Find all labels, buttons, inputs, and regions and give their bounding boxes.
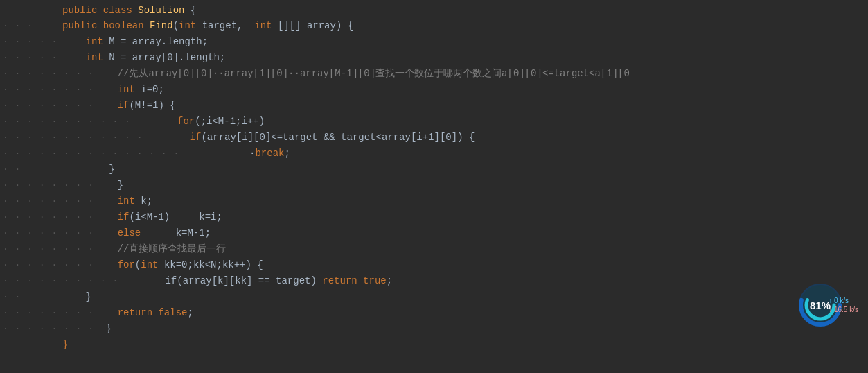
line-content-20: }	[94, 321, 868, 336]
line-dots-5: · · · · · · · ·	[0, 83, 94, 98]
code-line-1: · · ·public boolean Find(int target, int…	[0, 18, 868, 34]
line-content-17: if(array[k][kk] == target) return true;	[118, 273, 868, 288]
line-dots-6: · · · · · · · ·	[0, 98, 94, 114]
line-dots-2: · · · · ·	[0, 35, 62, 50]
code-line-5: · · · · · · · · int i=0;	[0, 82, 868, 98]
line-dots-17: · · · · · · · · · ·	[0, 274, 118, 289]
line-dots-7: · · · · · · · · · · ·	[0, 114, 131, 130]
download-speed: ↓ 16.5 k/s	[829, 306, 858, 313]
code-line-15: · · · · · · · · //直接顺序查找最后一行	[0, 241, 868, 257]
code-line-9: · · · · · · · · · · · · · · · ·break;	[0, 146, 868, 162]
code-line-2: · · · · · int M = array.length;	[0, 34, 868, 50]
line-content-6: if(M!=1) {	[94, 98, 868, 113]
line-content-3: int N = array[0].length;	[62, 50, 868, 65]
line-content-7: for(;i<M-1;i++)	[131, 114, 868, 129]
line-content-19: return false;	[94, 305, 868, 320]
line-dots-9: · · · · · · · · · · · · · · ·	[0, 146, 179, 162]
closing-brace-line: }	[0, 337, 868, 352]
line-content-12: int k;	[94, 193, 868, 209]
closing-brace: }	[62, 337, 868, 352]
code-line-20: · · · · · · · · }	[0, 321, 868, 337]
code-line-14: · · · · · · · · else k=M-1;	[0, 225, 868, 241]
line-content-2: int M = array.length;	[62, 34, 868, 49]
code-editor: public class Solution {· · ·public boole…	[0, 0, 868, 373]
line-dots-11: · · · · · · · ·	[0, 178, 94, 193]
upload-speed: ↑ 0 k/s	[829, 297, 858, 304]
line-dots-12: · · · · · · · ·	[0, 194, 94, 209]
line-content-0: public class Solution {	[62, 3, 868, 18]
down-speed-value: 16.5 k/s	[834, 306, 858, 313]
line-content-8: if(array[i][0]<=target && target<array[i…	[143, 130, 868, 145]
code-line-7: · · · · · · · · · · · for(;i<M-1;i++)	[0, 114, 868, 130]
line-content-5: int i=0;	[94, 82, 868, 97]
line-content-15: //直接顺序查找最后一行	[94, 241, 868, 257]
line-content-4: //先从array[0][0]··array[1][0]··array[M-1]…	[94, 66, 868, 81]
line-dots-14: · · · · · · · ·	[0, 226, 94, 241]
code-line-16: · · · · · · · · for(int kk=0;kk<N;kk++) …	[0, 257, 868, 273]
gauge-percent-label: 81%	[810, 300, 831, 311]
network-gauge-widget: 81% ↑ 0 k/s ↓ 16.5 k/s	[782, 277, 858, 333]
line-dots-20: · · · · · · · ·	[0, 322, 94, 337]
line-content-16: for(int kk=0;kk<N;kk++) {	[94, 257, 868, 272]
line-dots-8: · · · · · · · · · · · ·	[0, 130, 143, 146]
line-dots-4: · · · · · · · ·	[0, 67, 94, 82]
code-line-12: · · · · · · · · int k;	[0, 193, 868, 209]
line-content-13: if(i<M-1) k=i;	[94, 209, 868, 225]
line-dots-15: · · · · · · · ·	[0, 242, 94, 257]
line-content-11: }	[94, 177, 868, 193]
line-content-18: }	[62, 289, 868, 304]
code-line-6: · · · · · · · · if(M!=1) {	[0, 98, 868, 114]
code-line-13: · · · · · · · · if(i<M-1) k=i;	[0, 209, 868, 225]
line-dots-16: · · · · · · · ·	[0, 258, 94, 273]
code-line-18: · · }	[0, 289, 868, 305]
code-line-19: · · · · · · · · return false;	[0, 305, 868, 321]
line-dots-10: · ·	[0, 162, 62, 177]
code-line-0: public class Solution {	[0, 3, 868, 18]
up-speed-value: 0 k/s	[834, 297, 849, 304]
line-content-14: else k=M-1;	[94, 225, 868, 241]
code-line-8: · · · · · · · · · · · · if(array[i][0]<=…	[0, 130, 868, 146]
down-arrow-icon: ↓	[829, 306, 832, 313]
line-dots-18: · ·	[0, 290, 62, 305]
line-dots-19: · · · · · · · ·	[0, 306, 94, 321]
line-content-9: ·break;	[179, 146, 868, 161]
code-line-17: · · · · · · · · · · if(array[k][kk] == t…	[0, 273, 868, 289]
gauge-stats: ↑ 0 k/s ↓ 16.5 k/s	[829, 297, 858, 313]
line-content-1: public boolean Find(int target, int [][]…	[62, 18, 868, 33]
up-arrow-icon: ↑	[829, 297, 832, 304]
code-line-4: · · · · · · · · //先从array[0][0]··array[1…	[0, 66, 868, 82]
line-dots-13: · · · · · · · ·	[0, 210, 94, 225]
line-dots-3: · · · · ·	[0, 51, 62, 66]
code-line-11: · · · · · · · · }	[0, 177, 868, 193]
code-line-10: · · }	[0, 162, 868, 177]
code-line-3: · · · · · int N = array[0].length;	[0, 50, 868, 66]
line-dots-1: · · ·	[0, 19, 62, 34]
line-content-10: }	[62, 162, 868, 177]
